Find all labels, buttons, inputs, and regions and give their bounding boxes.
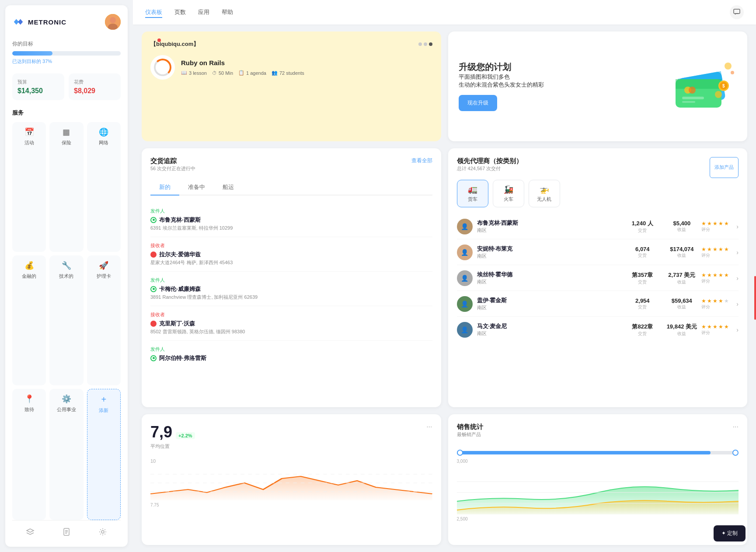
service-item-waiting[interactable]: 📍 致待 [12,389,46,520]
location-dot-green-2 [150,286,157,292]
agent-arrow-5[interactable]: › [736,326,739,333]
service-item-insurance[interactable]: ▦ 保险 [49,122,83,252]
agent-tab-train[interactable]: 🚂 火车 [493,180,524,207]
agent-rating-4: ★★★★★ [701,298,729,304]
star-1-1: ★ [701,220,706,227]
service-item-finance[interactable]: 💰 金融的 [12,255,46,385]
delivery-item-1-sender: 发件人 布鲁克林·西蒙斯 6391 埃尔兰兹塞莱斯, 特拉华州 10299 [150,203,432,237]
agent-tab-truck[interactable]: 🚛 货车 [457,180,488,207]
service-item-utility[interactable]: ⚙️ 公用事业 [49,389,83,520]
service-item-tech[interactable]: 🔧 技术的 [49,255,83,385]
customize-button[interactable]: ✦ 定制 [714,525,746,542]
duration-value: 50 Min [219,70,233,76]
agent-revenue-5: 19,842 美元 收益 [662,323,701,337]
sales-y-3000: 3,000 [457,459,468,464]
agent-region-4: 南区 [477,304,623,311]
agent-revenue-4: $59,634 收益 [662,297,701,310]
nav-dashboard[interactable]: 仪表板 [145,7,162,18]
course-dots [418,42,432,46]
tab-new[interactable]: 新的 [150,180,179,196]
service-item-network[interactable]: 🌐 网络 [87,122,121,252]
stat-value-4: 2,954 [623,297,662,304]
service-item-care[interactable]: 🚀 护理卡 [87,255,121,385]
tab-preparing[interactable]: 准备中 [179,180,214,195]
view-all-link[interactable]: 查看全部 [411,157,432,164]
chat-icon-btn[interactable] [730,5,744,19]
progress-text: 已达到目标的 37% [12,58,121,65]
layers-icon[interactable] [26,528,35,538]
agent-avatar-3: 👤 [457,270,473,286]
svg-point-10 [731,71,734,74]
agent-row-4: 👤 盖伊·霍金斯 南区 2,954 交货 $59,634 收益 [457,292,739,317]
role-sender-3: 发件人 [150,346,432,353]
goal-label: 你的目标 [12,40,121,48]
delivery-list: 发件人 布鲁克林·西蒙斯 6391 埃尔兰兹塞莱斯, 特拉华州 10299 接收… [150,203,432,368]
insurance-icon: ▦ [63,127,70,137]
budget-value: $14,350 [17,87,59,95]
addr-sender-1: 6391 埃尔兰兹塞莱斯, 特拉华州 10299 [150,225,432,231]
revenue-value-3: 2,737 美元 [662,271,701,279]
agent-tab-drone[interactable]: 🚁 无人机 [529,180,560,207]
agent-name-4: 盖伊·霍金斯 [477,297,623,304]
role-receiver-2: 接收者 [150,311,432,318]
revenue-label-1: 收益 [662,227,701,233]
sidebar-footer [12,520,121,538]
location-dot-green [150,217,157,223]
file-icon[interactable] [62,528,71,538]
revenue-label-2: 收益 [662,252,701,259]
slider-thumb-right[interactable] [732,450,739,456]
agent-row-3: 👤 埃丝特·霍华德 南区 第357章 交货 2,737 美元 收益 [457,266,739,291]
service-item-activities[interactable]: 📅 活动 [12,122,46,252]
tab-shipping[interactable]: 船运 [214,180,243,195]
course-image [150,55,175,80]
sales-more-dots[interactable]: ··· [733,423,739,444]
upgrade-text: 升级您的计划 平面插图和我们多色 生动的未混合紫色头发女士的精彩 现在升级 [459,61,544,111]
course-title: Ruby on Rails [181,59,304,66]
agent-info-4: 盖伊·霍金斯 南区 [477,297,623,311]
settings-icon[interactable] [98,528,107,538]
addr-sender-2: 3891 Ranchview 理查森博士, 加利福尼亚州 62639 [150,294,432,300]
agent-name-3: 埃丝特·霍华德 [477,271,623,279]
waiting-icon: 📍 [24,394,34,404]
upgrade-title: 升级您的计划 [459,61,544,73]
avg-position-label: 平均位置 [150,443,195,450]
add-product-button[interactable]: 添加产品 [710,157,739,178]
sales-title-area: 销售统计 最畅销产品 [457,423,483,444]
revenue-value-5: 19,842 美元 [662,323,701,331]
slider-thumb-left[interactable] [457,450,463,456]
agent-arrow-3[interactable]: › [736,275,739,282]
agent-arrow-2[interactable]: › [736,249,739,256]
agent-arrow-4[interactable]: › [736,300,739,307]
nav-apps[interactable]: 应用 [198,7,209,18]
sales-subtitle: 最畅销产品 [457,431,483,438]
service-item-add[interactable]: + 添新 [87,389,121,520]
dot3 [429,42,432,46]
red-bar-indicator [754,276,756,320]
more-options-dots[interactable]: ··· [426,423,432,431]
location-dot-green-3 [150,355,157,361]
agent-region-1: 南区 [477,227,623,234]
truck-icon: 🚛 [468,185,477,194]
nav-pages[interactable]: 页数 [174,7,186,18]
lessons-icon: 📖 [181,70,187,76]
user-avatar[interactable] [105,14,121,30]
agenda-icon: 📋 [238,70,244,76]
svg-rect-18 [682,101,695,103]
rating-label-5: 评分 [701,330,710,336]
agent-arrow-1[interactable]: › [736,223,739,230]
slider-track [457,451,739,454]
agent-region-5: 南区 [477,330,623,337]
stat-value-1: 1,240 人 [623,220,662,227]
stat-value-2: 6,074 [623,246,662,252]
nav-help[interactable]: 帮助 [222,7,233,18]
rating-label-1: 评分 [701,227,710,233]
upgrade-button[interactable]: 现在升级 [459,95,497,111]
upgrade-illustration: $ [667,57,737,115]
goal-section: 你的目标 已达到目标的 37% [12,40,121,65]
sidebar: METRONIC 你的目标 已达到目标的 37% 预算 $14,350 花费 $… [5,5,128,547]
activities-label: 活动 [24,140,34,146]
course-meta: 📖 3 lesson ⏱ 50 Min 📋 1 agenda 👥 [181,70,304,76]
course-card: 【biqubiqu.com】 Ruby on Rails 📖 [142,31,441,141]
agent-revenue-1: $5,400 收益 [662,220,701,233]
duration-meta: ⏱ 50 Min [212,70,233,76]
